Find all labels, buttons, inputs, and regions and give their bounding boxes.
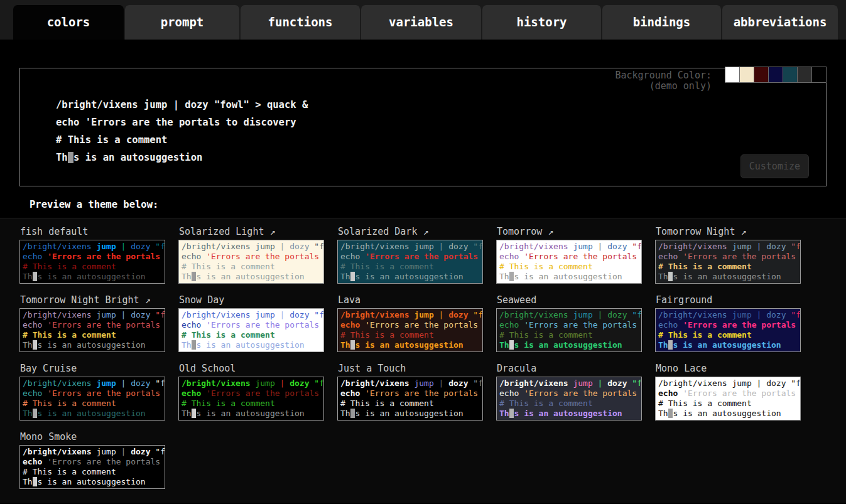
theme-preview-dracula[interactable]: /bright/vixens jump | dozy "fowl" > quac… [496, 377, 642, 421]
background-swatch-white[interactable] [725, 67, 740, 83]
token-quote: "fowl" > quack & [627, 242, 642, 251]
token-path: /bright/vixens [23, 310, 96, 319]
theme-preview-old-school[interactable]: /bright/vixens jump | dozy "fowl" > quac… [178, 377, 324, 421]
terminal-line: This is an autosuggestion [23, 477, 162, 487]
token-autosuggestion: Th [340, 340, 350, 350]
token-echo: echo [340, 389, 365, 398]
theme-preview-bay-cruise[interactable]: /bright/vixens jump | dozy "fowl" > quac… [19, 377, 165, 421]
token-command2: dozy [448, 242, 468, 251]
theme-preview-fish-default[interactable]: /bright/vixens jump | dozy "fowl" > quac… [19, 240, 165, 284]
theme-preview-tomorrow-night[interactable]: /bright/vixens jump | dozy "fowl" > quac… [655, 240, 801, 284]
terminal-line: echo 'Errors are the portals to discover… [340, 389, 480, 399]
token-error: 'Errors are the portals to discovery [47, 252, 165, 261]
theme-card-solarized-dark: Solarized Dark ↗/bright/vixens jump | do… [337, 226, 483, 284]
token-autosuggestion: s is an autosuggestion [37, 340, 145, 350]
token-echo: echo [182, 320, 206, 330]
token-error: 'Errors are the portals to discovery [206, 389, 324, 398]
token-error: 'Errors are the portals to discovery [683, 252, 801, 261]
theme-preview-just-a-touch[interactable]: /bright/vixens jump | dozy "fowl" > quac… [337, 377, 483, 421]
token-comment: # This is a comment [340, 399, 434, 408]
token-quote: "fowl" > quack & [627, 310, 642, 319]
terminal-line: echo 'Errors are the portals to discover… [658, 320, 798, 330]
token-autosuggestion: Th [182, 340, 192, 350]
terminal-line: This is an autosuggestion [182, 272, 321, 282]
background-swatches [725, 67, 827, 83]
theme-title-old-school: Old School [179, 363, 324, 374]
background-swatch-black[interactable] [811, 67, 827, 83]
theme-preview-snow-day[interactable]: /bright/vixens jump | dozy "fowl" > quac… [178, 308, 324, 352]
terminal-line: # This is a comment [23, 262, 162, 272]
token-separator: | [752, 310, 766, 319]
terminal-line: # This is a comment [499, 399, 639, 409]
theme-preview-seaweed[interactable]: /bright/vixens jump | dozy "fowl" > quac… [496, 308, 642, 352]
token-path: /bright/vixens [340, 378, 414, 388]
terminal-line: /bright/vixens jump | dozy "fowl" > quac… [182, 242, 321, 252]
terminal-line: This is an autosuggestion [340, 409, 480, 419]
token-autosuggestion: Th [340, 272, 350, 281]
token-echo: echo [340, 252, 365, 261]
theme-preview-solarized-light[interactable]: /bright/vixens jump | dozy "fowl" > quac… [178, 240, 324, 284]
theme-preview-tomorrow[interactable]: /bright/vixens jump | dozy "fowl" > quac… [496, 240, 642, 284]
terminal-line: This is an autosuggestion [56, 149, 308, 166]
theme-title-tomorrow-night[interactable]: Tomorrow Night ↗ [656, 226, 801, 237]
theme-title-solarized-light[interactable]: Solarized Light ↗ [179, 226, 324, 237]
terminal-line: This is an autosuggestion [340, 272, 480, 282]
terminal-line: echo 'Errors are the portals to discover… [182, 320, 321, 330]
theme-preview-solarized-dark[interactable]: /bright/vixens jump | dozy "fowl" > quac… [337, 240, 483, 284]
demo-panel: Background Color: (demo only) /bright/vi… [19, 68, 827, 186]
token-autosuggestion: Th [499, 340, 509, 350]
theme-preview-tomorrow-night-bright[interactable]: /bright/vixens jump | dozy "fowl" > quac… [19, 308, 165, 352]
theme-card-bay-cruise: Bay Cruise/bright/vixens jump | dozy "fo… [19, 363, 165, 421]
tab-prompt[interactable]: prompt [125, 5, 239, 40]
token-autosuggestion: s is an autosuggestion [196, 272, 304, 281]
theme-card-fairground: Fairground/bright/vixens jump | dozy "fo… [655, 294, 801, 352]
background-swatch-charcoal[interactable] [797, 67, 812, 83]
theme-preview-lava[interactable]: /bright/vixens jump | dozy "fowl" > quac… [337, 308, 483, 352]
token-autosuggestion: Th [23, 340, 33, 350]
background-swatch-navy[interactable] [768, 67, 783, 83]
token-command: jump [255, 310, 274, 319]
theme-title-snow-day: Snow Day [179, 294, 324, 306]
background-swatch-cream[interactable] [739, 67, 754, 83]
terminal-line: This is an autosuggestion [182, 409, 321, 419]
token-separator: | [275, 242, 290, 251]
terminal-line: echo 'Errors are the portals to discover… [340, 320, 480, 330]
theme-preview-mono-lace[interactable]: /bright/vixens jump | dozy "fowl" > quac… [655, 377, 801, 421]
theme-card-old-school: Old School/bright/vixens jump | dozy "fo… [178, 363, 324, 421]
tab-bindings[interactable]: bindings [602, 5, 721, 40]
tab-functions[interactable]: functions [241, 5, 360, 40]
theme-title-solarized-dark[interactable]: Solarized Dark ↗ [338, 226, 483, 237]
token-command: jump [573, 242, 592, 251]
token-comment: # This is a comment [658, 330, 752, 340]
tab-colors[interactable]: colors [13, 5, 124, 40]
theme-title-tomorrow-night-bright[interactable]: Tomorrow Night Bright ↗ [20, 294, 165, 306]
tab-variables[interactable]: variables [361, 5, 481, 40]
token-quote: "fowl" > quack & [627, 378, 642, 388]
tab-abbreviations[interactable]: abbreviations [722, 5, 838, 40]
token-path: /bright/vixens [182, 378, 255, 388]
token-separator: | [116, 242, 131, 251]
token-comment: # This is a comment [182, 399, 275, 408]
background-swatch-teal[interactable] [783, 67, 798, 83]
theme-card-just-a-touch: Just a Touch/bright/vixens jump | dozy "… [337, 363, 483, 421]
token-separator: | [275, 310, 290, 319]
terminal-line: # This is a comment [340, 330, 480, 340]
token-path: /bright/vixens [658, 242, 732, 251]
theme-preview-mono-smoke[interactable]: /bright/vixens jump | dozy "fowl" > quac… [19, 445, 165, 489]
terminal-line: echo 'Errors are the portals to discover… [182, 252, 321, 262]
background-swatch-maroon[interactable] [754, 67, 769, 83]
theme-title-tomorrow[interactable]: Tomorrow ↗ [497, 226, 642, 237]
tab-history[interactable]: history [482, 5, 601, 40]
token-quote: "fowl" > quack & [151, 378, 165, 388]
token-command2: dozy [131, 378, 150, 388]
token-error: 'Errors are the portals to discovery [683, 320, 801, 330]
token-command: jump [573, 310, 592, 319]
customize-button[interactable]: Customize [740, 154, 809, 178]
theme-preview-fairground[interactable]: /bright/vixens jump | dozy "fowl" > quac… [655, 308, 801, 352]
token-command2: dozy [131, 242, 150, 251]
token-command: jump [96, 378, 116, 388]
token-text: /bright/vixens jump | dozy "fowl" > quac… [56, 99, 308, 110]
token-separator: | [275, 378, 290, 388]
token-separator: | [434, 310, 448, 319]
token-comment: # This is a comment [182, 262, 275, 271]
